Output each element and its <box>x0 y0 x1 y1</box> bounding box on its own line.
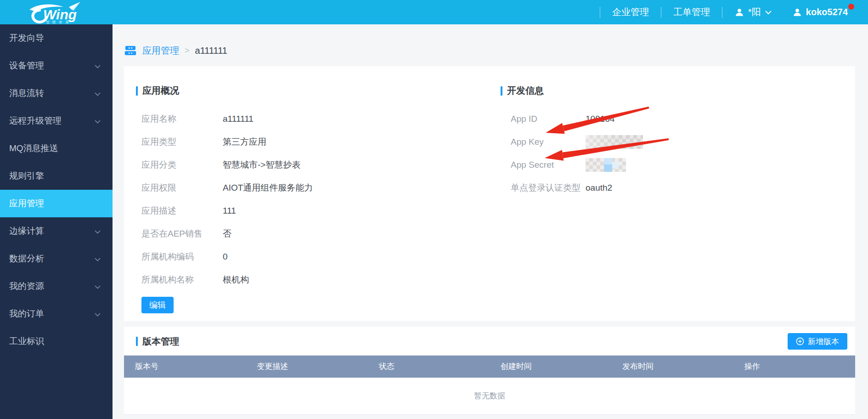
sidebar-item-label: 消息流转 <box>9 87 44 99</box>
overview-row-org-name: 所属机构名称 根机构 <box>136 268 501 291</box>
sidebar-item-device-mgmt[interactable]: 设备管理 <box>0 52 113 79</box>
topbar-separator <box>600 7 600 18</box>
breadcrumb-app-management[interactable]: 应用管理 <box>142 45 179 57</box>
col-status: 状态 <box>368 356 490 378</box>
breadcrumb: 应用管理 > a111111 <box>124 43 868 58</box>
version-management-card: 版本管理 新增版本 版本号 <box>124 327 855 415</box>
chevron-down-icon <box>95 116 101 126</box>
chevron-down-icon <box>95 226 101 236</box>
sidebar-item-label: 规则引擎 <box>9 170 44 182</box>
version-table: 版本号 变更描述 状态 创建时间 发布时间 操作 暂无数据 <box>124 355 855 415</box>
sidebar-item-dev-guide[interactable]: 开发向导 <box>0 24 113 52</box>
account-menu[interactable]: koko5274 <box>782 7 860 17</box>
topbar-nav: 企业管理 工单管理 *阳 <box>598 0 860 24</box>
overview-row-org-code: 所属机构编码 0 <box>136 245 501 268</box>
overview-title: 应用概况 <box>136 85 501 97</box>
sidebar-item-remote-upgrade[interactable]: 远程升级管理 <box>0 107 113 135</box>
col-actions: 操作 <box>733 356 855 378</box>
section-accent-bar <box>136 337 138 346</box>
overview-row-app-permission: 应用权限 AIOT通用组件服务能力 <box>136 176 501 199</box>
sidebar-item-rule-engine[interactable]: 规则引擎 <box>0 162 113 190</box>
col-version-number: 版本号 <box>124 356 246 378</box>
sidebar-item-label: 应用管理 <box>9 198 44 210</box>
sidebar-item-my-resources[interactable]: 我的资源 <box>0 272 113 300</box>
chevron-down-icon <box>95 281 101 291</box>
circle-plus-icon <box>796 337 804 345</box>
section-accent-bar <box>136 86 138 96</box>
overview-row-app-category: 应用分类 智慧城市->智慧抄表 <box>136 153 501 176</box>
sidebar: 开发向导 设备管理 消息流转 远程升级管理 MQ消息推送 规则引擎 应用管理 边… <box>0 24 113 419</box>
section-accent-bar <box>501 86 502 96</box>
chevron-down-icon <box>95 61 101 71</box>
brand-tagline: 智联未来 <box>46 20 72 24</box>
user-menu[interactable]: *阳 <box>724 6 782 18</box>
sidebar-item-industrial-id[interactable]: 工业标识 <box>0 328 113 355</box>
sidebar-item-label: 设备管理 <box>9 60 44 72</box>
chevron-down-icon <box>765 10 772 15</box>
sidebar-item-label: 工业标识 <box>9 335 44 347</box>
topbar-separator <box>661 7 661 18</box>
ctwing-logo-icon: Wing 智联未来 <box>19 0 97 24</box>
sidebar-item-label: 边缘计算 <box>9 225 44 237</box>
app-secret-masked-value <box>586 158 626 172</box>
col-publish-time: 发布时间 <box>611 356 733 378</box>
sidebar-item-message-flow[interactable]: 消息流转 <box>0 79 113 107</box>
sidebar-item-label: 数据分析 <box>9 253 44 265</box>
breadcrumb-current: a111111 <box>195 45 227 56</box>
app-overview-section: 应用概况 应用名称 a111111 应用类型 第三方应用 应用分类 智慧城市->… <box>124 66 501 321</box>
sidebar-item-edge-computing[interactable]: 边缘计算 <box>0 217 113 245</box>
user-menu-label: *阳 <box>748 6 761 18</box>
edit-button[interactable]: 编辑 <box>141 297 174 313</box>
overview-row-app-type: 应用类型 第三方应用 <box>136 130 501 153</box>
col-create-time: 创建时间 <box>490 356 611 378</box>
sidebar-item-label: MQ消息推送 <box>9 142 58 154</box>
empty-state-text: 暂无数据 <box>124 378 855 415</box>
add-version-label: 新增版本 <box>808 336 839 347</box>
sidebar-item-my-orders[interactable]: 我的订单 <box>0 300 113 328</box>
overview-row-aep-sale: 是否在AEP销售 否 <box>136 222 501 245</box>
main-content: 应用管理 > a111111 应用概况 应用名称 a111111 应用类型 <box>113 24 868 419</box>
dev-row-sso-auth-type: 单点登录认证类型 oauth2 <box>501 176 855 199</box>
sidebar-item-data-analysis[interactable]: 数据分析 <box>0 245 113 272</box>
app-key-masked-value <box>586 135 643 149</box>
topbar-separator <box>722 7 722 18</box>
dev-info-section: 开发信息 App ID 109164 App Key App Secret <box>501 66 855 321</box>
page: Wing 智联未来 企业管理 工单管理 *阳 <box>0 0 868 419</box>
app-detail-card: 应用概况 应用名称 a111111 应用类型 第三方应用 应用分类 智慧城市->… <box>124 66 855 321</box>
versions-title: 版本管理 <box>136 335 179 348</box>
sidebar-item-label: 开发向导 <box>9 32 44 44</box>
dev-row-app-secret: App Secret <box>501 153 855 176</box>
overview-row-app-name: 应用名称 a111111 <box>136 108 501 130</box>
account-label: koko5274 <box>806 7 848 17</box>
topbar: Wing 智联未来 企业管理 工单管理 *阳 <box>0 0 868 24</box>
breadcrumb-separator: > <box>185 46 190 56</box>
chevron-down-icon <box>95 309 101 319</box>
add-version-button[interactable]: 新增版本 <box>788 333 847 350</box>
sidebar-item-label: 我的资源 <box>9 280 44 292</box>
server-icon <box>124 44 137 57</box>
nav-enterprise-management[interactable]: 企业管理 <box>602 6 659 18</box>
overview-row-app-description: 应用描述 111 <box>136 199 501 222</box>
sidebar-item-app-mgmt[interactable]: 应用管理 <box>0 190 113 217</box>
sidebar-item-mq-push[interactable]: MQ消息推送 <box>0 135 113 162</box>
empty-state-row: 暂无数据 <box>124 378 855 415</box>
notification-dot <box>848 4 854 10</box>
col-change-description: 变更描述 <box>246 356 367 378</box>
chevron-down-icon <box>95 88 101 98</box>
dev-info-title: 开发信息 <box>501 85 855 97</box>
dev-row-app-key: App Key <box>501 130 855 153</box>
nav-work-order-management[interactable]: 工单管理 <box>663 6 720 18</box>
version-table-header-row: 版本号 变更描述 状态 创建时间 发布时间 操作 <box>124 356 855 378</box>
dev-row-app-id: App ID 109164 <box>501 108 855 130</box>
user-icon <box>734 7 744 17</box>
account-icon <box>792 7 802 17</box>
ctwing-logo[interactable]: Wing 智联未来 <box>19 0 97 24</box>
chevron-down-icon <box>95 254 101 264</box>
sidebar-item-label: 远程升级管理 <box>9 115 62 127</box>
sidebar-item-label: 我的订单 <box>9 308 44 320</box>
